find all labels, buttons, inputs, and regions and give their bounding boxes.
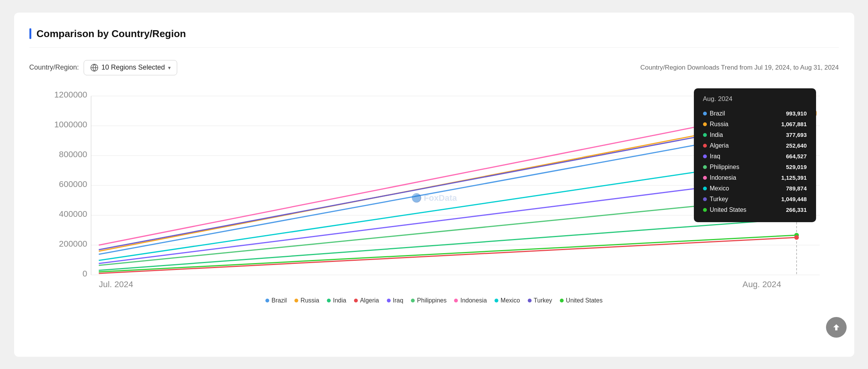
legend-label: Russia — [301, 297, 319, 304]
country-dot — [703, 187, 707, 190]
country-value: 529,019 — [786, 164, 807, 170]
legend-label: India — [333, 297, 346, 304]
tooltip-country: India — [703, 132, 723, 138]
tooltip-row: Brazil 993,910 — [703, 108, 807, 119]
legend-item: United States — [560, 297, 603, 304]
tooltip-rows: Brazil 993,910 Russia 1,067,881 India 37… — [703, 108, 807, 215]
tooltip-row: Russia 1,067,881 — [703, 119, 807, 130]
legend-dot — [265, 299, 269, 302]
tooltip-row: Turkey 1,049,448 — [703, 194, 807, 205]
tooltip-country: Mexico — [703, 185, 729, 192]
country-dot — [703, 208, 707, 212]
svg-point-37 — [794, 235, 798, 240]
country-name: Russia — [710, 121, 729, 128]
tooltip-country: Algeria — [703, 142, 729, 149]
tooltip-row: Philippines 529,019 — [703, 162, 807, 172]
scroll-to-top-button[interactable] — [826, 317, 847, 338]
svg-text:Jul. 2024: Jul. 2024 — [99, 280, 133, 289]
country-value: 252,640 — [786, 142, 807, 149]
legend-item: Iraq — [387, 297, 404, 304]
svg-line-28 — [99, 176, 796, 263]
dropdown-text: 10 Regions Selected — [102, 63, 165, 72]
title-bar: Comparison by Country/Region — [29, 28, 839, 48]
legend-item: Turkey — [528, 297, 552, 304]
legend-dot — [294, 299, 298, 302]
tooltip-row: United States 266,331 — [703, 205, 807, 215]
legend-item: Algeria — [354, 297, 379, 304]
legend-row: Brazil Russia India Algeria Iraq Philipp… — [29, 297, 839, 304]
tooltip-country: Turkey — [703, 196, 728, 203]
tooltip-row: Iraq 664,527 — [703, 151, 807, 162]
svg-line-22 — [99, 118, 796, 250]
tooltip-country: Philippines — [703, 164, 739, 171]
country-dot — [703, 165, 707, 169]
legend-label: Iraq — [393, 297, 404, 304]
legend-dot — [387, 299, 391, 302]
trend-label: Country/Region Downloads Trend from Jul … — [640, 64, 839, 72]
svg-line-34 — [99, 235, 796, 272]
svg-text:1200000: 1200000 — [54, 90, 87, 99]
tooltip-row: India 377,693 — [703, 130, 807, 140]
country-dot — [703, 154, 707, 158]
country-value: 1,125,391 — [781, 174, 807, 181]
globe-icon — [90, 63, 99, 72]
title-accent — [29, 28, 31, 39]
tooltip-row: Indonesia 1,125,391 — [703, 172, 807, 183]
tooltip-row: Mexico 789,874 — [703, 183, 807, 194]
tooltip-country: Brazil — [703, 110, 725, 117]
legend-item: Brazil — [265, 297, 287, 304]
svg-text:800000: 800000 — [59, 150, 87, 159]
legend-label: United States — [566, 297, 603, 304]
region-dropdown[interactable]: 10 Regions Selected ▾ — [84, 60, 177, 75]
country-dot — [703, 133, 707, 137]
country-name: Philippines — [710, 164, 739, 171]
country-dot — [703, 112, 707, 115]
legend-dot — [528, 299, 532, 302]
chevron-down-icon: ▾ — [168, 65, 171, 71]
legend-item: Mexico — [495, 297, 520, 304]
svg-text:1000000: 1000000 — [54, 120, 87, 129]
controls-row: Country/Region: 10 Regions Selected ▾ Co… — [29, 60, 839, 75]
svg-text:Aug. 2024: Aug. 2024 — [742, 280, 781, 289]
tooltip-country: Indonesia — [703, 174, 736, 181]
country-name: Iraq — [710, 153, 721, 160]
legend-dot — [327, 299, 331, 302]
country-name: Turkey — [710, 196, 728, 203]
country-value: 1,067,881 — [781, 121, 807, 127]
country-value: 377,693 — [786, 132, 807, 138]
main-card: Comparison by Country/Region Country/Reg… — [14, 13, 854, 357]
legend-item: Indonesia — [454, 297, 487, 304]
country-name: Mexico — [710, 185, 729, 192]
country-name: United States — [710, 206, 747, 213]
legend-item: India — [327, 297, 346, 304]
svg-text:600000: 600000 — [59, 179, 87, 189]
country-value: 664,527 — [786, 153, 807, 159]
upload-icon — [832, 323, 841, 332]
tooltip-country: Russia — [703, 121, 729, 128]
legend-dot — [411, 299, 415, 302]
legend-dot — [354, 299, 358, 302]
country-dot — [703, 144, 707, 148]
country-dot — [703, 176, 707, 180]
tooltip-title: Aug. 2024 — [703, 95, 807, 103]
country-dot — [703, 197, 707, 201]
country-name: Indonesia — [710, 174, 736, 181]
legend-dot — [560, 299, 564, 302]
country-name: Brazil — [710, 110, 725, 117]
tooltip-country: Iraq — [703, 153, 721, 160]
legend-item: Philippines — [411, 297, 446, 304]
left-controls: Country/Region: 10 Regions Selected ▾ — [29, 60, 177, 75]
country-region-label: Country/Region: — [29, 63, 79, 72]
page-title: Comparison by Country/Region — [37, 28, 186, 40]
legend-label: Turkey — [534, 297, 552, 304]
country-value: 993,910 — [786, 110, 807, 117]
tooltip-box: Aug. 2024 Brazil 993,910 Russia 1,067,88… — [694, 88, 816, 222]
country-name: India — [710, 132, 723, 138]
svg-text:200000: 200000 — [59, 239, 87, 249]
tooltip-row: Algeria 252,640 — [703, 140, 807, 151]
tooltip-country: United States — [703, 206, 747, 213]
svg-text:400000: 400000 — [59, 209, 87, 219]
legend-item: Russia — [294, 297, 319, 304]
country-value: 789,874 — [786, 185, 807, 192]
svg-text:0: 0 — [82, 269, 87, 278]
